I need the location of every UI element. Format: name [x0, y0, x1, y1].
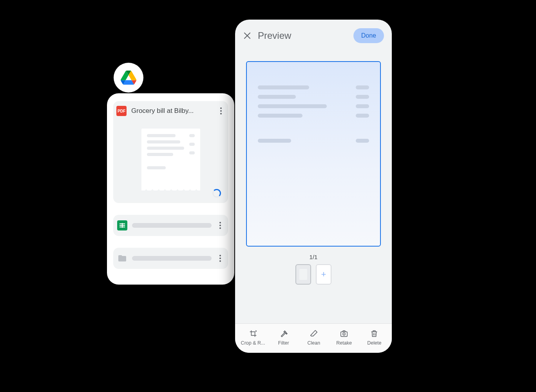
more-options-button[interactable] — [216, 222, 224, 229]
page-thumbnail[interactable] — [295, 264, 311, 285]
clean-button[interactable]: Clean — [302, 329, 326, 346]
trash-icon — [370, 329, 378, 338]
filter-button[interactable]: Filter — [272, 329, 295, 346]
drive-file-list-card: PDF Grocery bill at Bilby... — [107, 93, 234, 285]
file-title: Grocery bill at Bilby... — [131, 107, 212, 115]
crop-rotate-button[interactable]: Crop & R... — [241, 329, 265, 346]
file-item-folder[interactable] — [113, 248, 228, 269]
add-page-button[interactable]: + — [316, 264, 331, 285]
preview-header: Preview Done — [235, 20, 392, 50]
done-button[interactable]: Done — [353, 28, 384, 43]
pdf-icon: PDF — [116, 106, 127, 116]
page-thumbnail-strip: + — [295, 264, 331, 285]
crop-icon — [249, 329, 257, 338]
more-options-button[interactable] — [216, 255, 224, 262]
eraser-icon — [310, 329, 318, 338]
file-item-pdf[interactable]: PDF Grocery bill at Bilby... — [113, 101, 228, 121]
edit-toolbar: Crop & R... Filter Clean Retake Delete — [235, 323, 392, 353]
screen-title: Preview — [258, 30, 347, 41]
scanned-page-preview[interactable] — [246, 61, 381, 247]
page-counter: 1/1 — [310, 254, 318, 260]
file-thumbnail-area — [113, 121, 228, 203]
scan-preview-screen: Preview Done 1/1 + Crop & R... Filter — [235, 20, 392, 353]
google-drive-logo — [114, 63, 143, 93]
magic-wand-icon — [279, 329, 288, 338]
file-item-sheets[interactable] — [113, 215, 228, 236]
file-title-placeholder — [132, 256, 212, 261]
more-options-button[interactable] — [217, 107, 225, 114]
loading-spinner-icon — [212, 189, 221, 198]
receipt-thumbnail — [141, 129, 200, 187]
sheets-icon — [117, 220, 127, 230]
file-title-placeholder — [132, 223, 212, 228]
folder-icon — [117, 253, 127, 263]
retake-button[interactable]: Retake — [332, 329, 356, 346]
svg-point-1 — [343, 333, 345, 335]
delete-button[interactable]: Delete — [362, 329, 386, 346]
close-button[interactable] — [243, 31, 252, 40]
camera-icon — [340, 329, 348, 338]
